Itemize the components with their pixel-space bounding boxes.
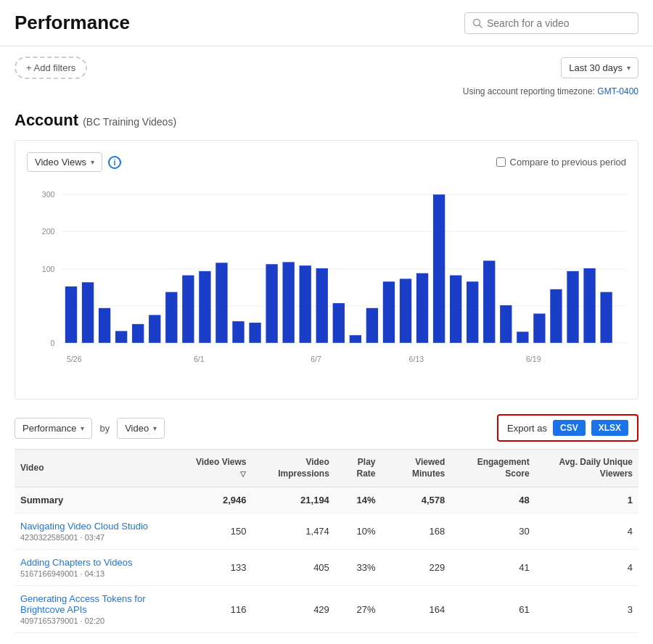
table-section: Performance ▾ by Video ▾ Export as CSV X… (15, 414, 638, 633)
col-header-play-rate: Play Rate (335, 450, 382, 487)
svg-rect-29 (366, 308, 378, 343)
svg-rect-12 (82, 282, 94, 343)
video-cell-2: Adding Chapters to Videos 5167166949001 … (15, 550, 189, 586)
video-cell-1: Navigating Video Cloud Studio 4230322585… (15, 513, 189, 550)
table-controls: Performance ▾ by Video ▾ Export as CSV X… (15, 414, 638, 442)
svg-rect-21 (232, 321, 244, 343)
performance-chevron-icon: ▾ (81, 424, 84, 432)
summary-viewed-minutes: 4,578 (382, 487, 451, 513)
svg-rect-13 (99, 308, 110, 343)
export-xlsx-button[interactable]: XLSX (591, 420, 628, 436)
summary-play-rate: 14% (335, 487, 382, 513)
bar-chart-svg: 300 200 100 0 (27, 181, 626, 389)
chart-container: Video Views ▾ i Compare to previous peri… (15, 140, 638, 400)
info-icon[interactable]: i (108, 156, 121, 169)
groupby-dropdown[interactable]: Video ▾ (117, 418, 165, 439)
col-header-impressions: Video Impressions (252, 450, 334, 487)
row1-engagement: 30 (451, 513, 535, 550)
svg-rect-18 (182, 276, 194, 343)
row3-impressions: 429 (252, 586, 334, 633)
svg-rect-38 (517, 331, 528, 342)
compare-label: Compare to previous period (510, 157, 626, 168)
svg-rect-30 (383, 281, 395, 343)
table-row: Generating Access Tokens for Brightcove … (15, 586, 638, 633)
row3-engagement: 61 (451, 586, 535, 633)
svg-rect-33 (433, 194, 445, 343)
metric-dropdown[interactable]: Video Views ▾ (27, 152, 102, 172)
export-section: Export as CSV XLSX (497, 414, 638, 442)
svg-text:0: 0 (51, 339, 55, 347)
sort-icon: ▽ (240, 470, 246, 478)
table-controls-left: Performance ▾ by Video ▾ (15, 418, 165, 439)
svg-rect-25 (300, 265, 311, 343)
summary-row: Summary 2,946 21,194 14% 4,578 48 1 (15, 487, 638, 513)
video-meta-1: 4230322585001 · 03:47 (20, 533, 184, 542)
svg-rect-32 (416, 273, 428, 343)
table-row: Adding Chapters to Videos 5167166949001 … (15, 550, 638, 586)
by-label: by (99, 423, 110, 434)
col-header-avg-daily: Avg. Daily Unique Viewers (535, 450, 638, 487)
summary-avg-daily: 1 (535, 487, 638, 513)
svg-rect-43 (600, 292, 612, 343)
svg-rect-36 (483, 260, 495, 342)
svg-text:5/26: 5/26 (67, 355, 82, 363)
search-container[interactable] (464, 12, 638, 34)
metric-label: Video Views (35, 157, 86, 168)
chevron-down-icon: ▾ (627, 64, 631, 72)
video-link-1[interactable]: Navigating Video Cloud Studio (20, 521, 184, 532)
date-range-dropdown[interactable]: Last 30 days ▾ (561, 57, 638, 78)
search-input[interactable] (487, 17, 631, 29)
chart-header-left: Video Views ▾ i (27, 152, 121, 172)
page-header: Performance (0, 0, 653, 46)
video-link-3[interactable]: Generating Access Tokens for Brightcove … (20, 593, 184, 615)
row1-avg-daily: 4 (535, 513, 638, 550)
svg-rect-41 (567, 271, 578, 343)
row3-minutes: 164 (382, 586, 451, 633)
add-filters-button[interactable]: + Add filters (15, 57, 87, 79)
svg-text:6/13: 6/13 (409, 355, 424, 363)
svg-rect-20 (215, 263, 227, 342)
video-meta-3: 4097165379001 · 02:20 (20, 616, 184, 625)
timezone-text: Using account reporting timezone: (463, 86, 595, 96)
summary-engagement: 48 (451, 487, 535, 513)
chart-header: Video Views ▾ i Compare to previous peri… (27, 152, 626, 172)
add-filters-label: + Add filters (26, 62, 75, 73)
compare-checkbox-label[interactable]: Compare to previous period (496, 157, 626, 168)
account-sub-label: (BC Training Videos) (83, 116, 176, 128)
row3-avg-daily: 3 (535, 586, 638, 633)
chart-svg-container: 300 200 100 0 (27, 181, 626, 392)
account-heading: Account (BC Training Videos) (0, 104, 653, 140)
row1-views: 150 (189, 513, 252, 550)
row2-avg-daily: 4 (535, 550, 638, 586)
row1-minutes: 168 (382, 513, 451, 550)
row2-minutes: 229 (382, 550, 451, 586)
svg-rect-26 (316, 268, 328, 343)
table-row: Navigating Video Cloud Studio 4230322585… (15, 513, 638, 550)
export-label: Export as (507, 423, 547, 434)
table-header-row: Video Video Views ▽ Video Impressions Pl… (15, 450, 638, 487)
svg-rect-17 (165, 292, 177, 343)
data-table: Video Video Views ▽ Video Impressions Pl… (15, 449, 638, 633)
svg-rect-31 (400, 278, 411, 342)
svg-rect-40 (550, 289, 562, 343)
metric-chevron-icon: ▾ (91, 158, 94, 166)
svg-rect-37 (500, 305, 512, 343)
video-meta-2: 5167166949001 · 04:13 (20, 569, 184, 578)
col-header-video-views: Video Views ▽ (189, 450, 252, 487)
svg-rect-27 (333, 303, 345, 343)
export-csv-button[interactable]: CSV (553, 420, 586, 436)
svg-rect-42 (583, 268, 595, 343)
row2-engagement: 41 (451, 550, 535, 586)
row1-play-rate: 10% (335, 513, 382, 550)
svg-rect-39 (533, 313, 545, 342)
svg-rect-15 (132, 324, 144, 343)
groupby-chevron-icon: ▾ (153, 424, 157, 432)
col-header-engagement: Engagement Score (451, 450, 535, 487)
compare-checkbox[interactable] (496, 157, 506, 167)
svg-text:6/7: 6/7 (311, 355, 321, 363)
timezone-link[interactable]: GMT-0400 (597, 86, 638, 96)
date-range-label: Last 30 days (569, 62, 623, 73)
performance-dropdown[interactable]: Performance ▾ (15, 418, 92, 439)
summary-video-views: 2,946 (189, 487, 252, 513)
video-link-2[interactable]: Adding Chapters to Videos (20, 557, 184, 568)
